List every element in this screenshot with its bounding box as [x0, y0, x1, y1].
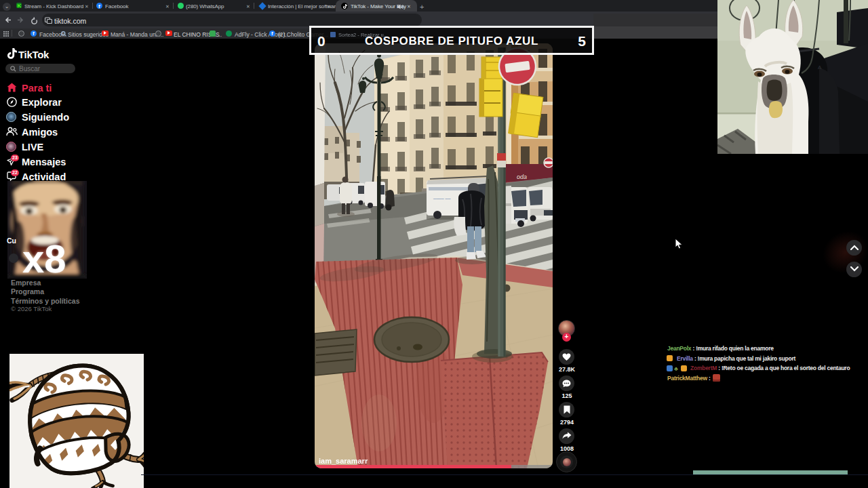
svg-text:____ __: ____ __ [433, 194, 450, 199]
svg-text:oda: oda [517, 174, 527, 180]
svg-text:A: A [818, 64, 822, 70]
svg-text:iam_saramarr: iam_saramarr [319, 457, 368, 465]
